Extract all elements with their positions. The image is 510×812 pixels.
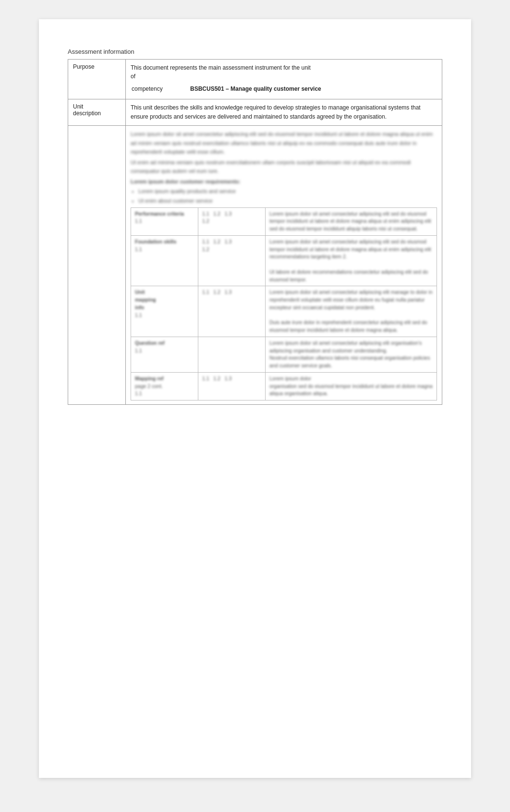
- purpose-row: Purpose This document represents the mai…: [68, 60, 442, 99]
- blurred-para-2: Ut enim ad minima veniam quis nostrum ex…: [131, 158, 437, 175]
- blurred-content-1: Lorem ipsum dolor sit amet consectetur a…: [126, 126, 442, 405]
- purpose-content: This document represents the main assess…: [126, 60, 442, 99]
- blurred-para-1: Lorem ipsum dolor sit amet consectetur a…: [131, 130, 437, 156]
- inner-row-4: Question ref 1.1 Lorem ipsum dolor sit a…: [131, 337, 437, 372]
- inner-mid-5: 1.1 1.2 1.3: [198, 372, 266, 400]
- inner-mid-4: [198, 337, 266, 372]
- competency-code: BSBCUS501 – Manage quality customer serv…: [190, 84, 436, 94]
- document-page: Assessment information Purpose This docu…: [39, 19, 471, 778]
- inner-content-2: Lorem ipsum dolor sit amet consectetur a…: [266, 235, 437, 286]
- inner-row-1: Performance criteria 1.1 1.1 1.2 1.3 1.2…: [131, 207, 437, 235]
- blurred-label-text-1: [73, 130, 121, 135]
- competency-label: competency: [132, 84, 189, 94]
- blurred-bullet-2: Ut enim about customer service: [138, 196, 437, 205]
- competency-inline-table: competency BSBCUS501 – Manage quality cu…: [131, 83, 437, 95]
- inner-mid-3: 1.1 1.2 1.3: [198, 286, 266, 337]
- blurred-label-1: [68, 126, 126, 405]
- unit-description-content: This unit describes the skills and knowl…: [126, 99, 442, 126]
- inner-mid-2: 1.1 1.2 1.3 1.2: [198, 235, 266, 286]
- unit-description-label: Unitdescription: [68, 99, 126, 126]
- inner-assessment-table: Performance criteria 1.1 1.1 1.2 1.3 1.2…: [131, 207, 437, 401]
- inner-row-2: Foundation skills 1.1 1.1 1.2 1.3 1.2 Lo…: [131, 235, 437, 286]
- inner-row-5: Mapping ref page 2 cont. 1.1 1.1 1.2 1.3…: [131, 372, 437, 400]
- inner-label-3: Unit mapping info 1.1: [131, 286, 198, 337]
- blurred-subheading-1: Lorem ipsum dolor customer requirements:: [131, 177, 437, 186]
- inner-content-3: Lorem ipsum dolor sit amet consectetur a…: [266, 286, 437, 337]
- competency-inline-row: competency BSBCUS501 – Manage quality cu…: [132, 84, 436, 94]
- blurred-bullets: Lorem ipsum quality products and service…: [131, 187, 437, 205]
- inner-label-2: Foundation skills 1.1: [131, 235, 198, 286]
- inner-label-4: Question ref 1.1: [131, 337, 198, 372]
- inner-content-4: Lorem ipsum dolor sit amet consectetur a…: [266, 337, 437, 372]
- inner-mid-1: 1.1 1.2 1.3 1.2: [198, 207, 266, 235]
- inner-row-3: Unit mapping info 1.1 1.1 1.2 1.3 Lorem …: [131, 286, 437, 337]
- inner-content-5: Lorem ipsum dolor organisation sed do ei…: [266, 372, 437, 400]
- purpose-label: Purpose: [68, 60, 126, 99]
- section-title: Assessment information: [68, 48, 442, 55]
- blurred-bullet-1: Lorem ipsum quality products and service: [138, 187, 437, 195]
- blurred-content-row-1: Lorem ipsum dolor sit amet consectetur a…: [68, 126, 442, 405]
- purpose-text-of: of: [131, 73, 135, 80]
- purpose-text-line1: This document represents the main assess…: [131, 64, 311, 71]
- unit-description-row: Unitdescription This unit describes the …: [68, 99, 442, 126]
- assessment-info-table: Purpose This document represents the mai…: [68, 59, 442, 405]
- inner-label-5: Mapping ref page 2 cont. 1.1: [131, 372, 198, 400]
- inner-content-1: Lorem ipsum dolor sit amet consectetur a…: [266, 207, 437, 235]
- inner-label-1: Performance criteria 1.1: [131, 207, 198, 235]
